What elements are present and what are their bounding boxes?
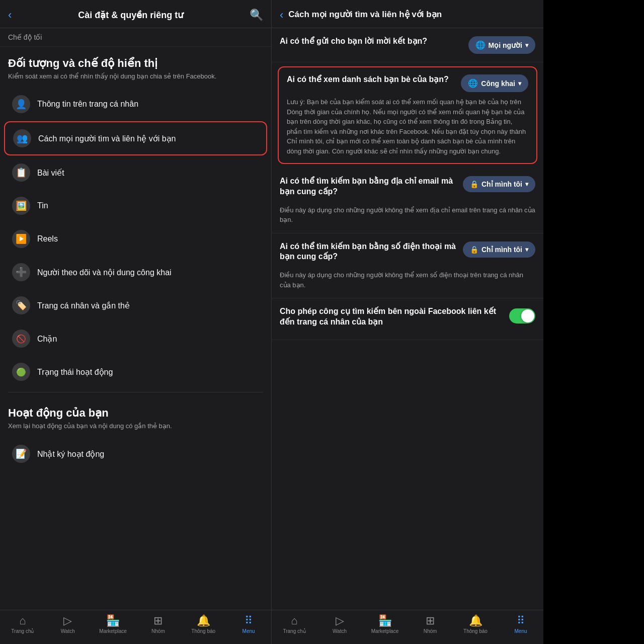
setting-friend-request-row: Ai có thể gửi cho bạn lời mời kết bạn? 🌐… — [280, 36, 535, 54]
menu-label-left: Menu — [243, 628, 255, 634]
reels-label: Reels — [37, 234, 58, 244]
nav-notifications-right[interactable]: 🔔 Thông báo — [453, 614, 498, 634]
right-panel-title: Cách mọi người tìm và liên hệ với bạn — [288, 9, 535, 20]
right-header: ‹ Cách mọi người tìm và liên hệ với bạn — [272, 0, 543, 28]
left-header: ‹ Cài đặt & quyền riêng tư 🔍 — [0, 0, 271, 28]
active-status-icon: 🟢 — [12, 363, 30, 381]
watch-icon-right: ▷ — [336, 614, 344, 627]
left-panel: ‹ Cài đặt & quyền riêng tư 🔍 Chế độ tối … — [0, 0, 272, 644]
globe-icon-2: 🌐 — [468, 78, 478, 88]
how-find-icon: 👥 — [13, 129, 31, 147]
find-phone-question: Ai có thể tìm kiếm bạn bằng số điện thoạ… — [280, 242, 458, 263]
menu-item-how-find[interactable]: 👥 Cách mọi người tìm và liên hệ với bạn — [4, 121, 267, 155]
toggle-knob — [521, 309, 534, 323]
find-email-dropdown[interactable]: 🔒 Chỉ mình tôi ▾ — [463, 176, 535, 192]
friend-list-desc: Lưu ý: Bạn bè của bạn kiểm soát ai có th… — [287, 97, 528, 156]
nav-home-right[interactable]: ⌂ Trang chủ — [272, 614, 317, 634]
nav-marketplace-left[interactable]: 🏪 Marketplace — [91, 614, 136, 634]
nav-marketplace-right[interactable]: 🏪 Marketplace — [362, 614, 408, 634]
setting-external-search: Cho phép công cụ tìm kiếm bên ngoài Face… — [272, 298, 543, 340]
setting-external-search-text: Cho phép công cụ tìm kiếm bên ngoài Face… — [280, 306, 504, 332]
find-email-question: Ai có thể tìm kiếm bạn bằng địa chỉ emai… — [280, 176, 458, 197]
notifications-label-right: Thông báo — [463, 628, 488, 634]
home-icon-left: ⌂ — [19, 614, 26, 627]
profile-info-icon: 👤 — [12, 95, 30, 113]
setting-find-phone-row: Ai có thể tìm kiếm bạn bằng số điện thoạ… — [280, 242, 535, 267]
watch-label-right: Watch — [333, 628, 347, 634]
setting-friend-list: Ai có thể xem danh sách bạn bè của bạn? … — [278, 66, 537, 164]
setting-find-phone: Ai có thể tìm kiếm bạn bằng số điện thoạ… — [272, 233, 543, 299]
posts-label: Bài viết — [37, 168, 64, 178]
lock-icon: 🔒 — [470, 180, 478, 188]
chevron-down-icon-3: ▾ — [525, 181, 528, 188]
setting-find-email-text: Ai có thể tìm kiếm bạn bằng địa chỉ emai… — [280, 176, 458, 201]
setting-friend-request-text: Ai có thể gửi cho bạn lời mời kết bạn? — [280, 36, 463, 51]
menu-item-reels[interactable]: ▶️ Reels — [4, 223, 267, 255]
menu-item-block[interactable]: 🚫 Chặn — [4, 323, 267, 355]
profile-tags-label: Trang cá nhân và gắn thẻ — [37, 301, 130, 310]
friend-list-dropdown[interactable]: 🌐 Công khai ▾ — [461, 74, 528, 92]
menu-icon-left: ⠿ — [245, 614, 253, 627]
groups-label-right: Nhóm — [424, 628, 437, 634]
menu-item-activity-log[interactable]: 📝 Nhật ký hoạt động — [4, 438, 267, 470]
menu-item-profile-info[interactable]: 👤 Thông tin trên trang cá nhân — [4, 88, 267, 120]
setting-external-search-row: Cho phép công cụ tìm kiếm bên ngoài Face… — [280, 306, 535, 332]
back-button[interactable]: ‹ — [8, 9, 12, 22]
menu-label-right: Menu — [514, 628, 527, 634]
right-bottom-nav: ⌂ Trang chủ ▷ Watch 🏪 Marketplace ⊞ Nhóm… — [272, 610, 543, 644]
home-icon-right: ⌂ — [291, 614, 297, 627]
find-phone-desc: Điều này áp dụng cho những người không t… — [280, 270, 535, 290]
marketplace-label-left: Marketplace — [99, 628, 126, 634]
nav-menu-right[interactable]: ⠿ Menu — [498, 614, 543, 634]
right-back-button[interactable]: ‹ — [280, 9, 283, 22]
setting-friend-list-text: Ai có thể xem danh sách bạn bè của bạn? — [287, 74, 456, 89]
friend-request-dropdown-label: Mọi người — [489, 41, 522, 49]
groups-icon-left: ⊞ — [153, 614, 163, 627]
nav-menu-left[interactable]: ⠿ Menu — [226, 614, 271, 634]
section2-desc: Xem lại hoạt động của bạn và nội dung có… — [0, 422, 271, 437]
lock-icon-2: 🔒 — [470, 246, 478, 254]
external-search-toggle[interactable] — [509, 308, 535, 324]
how-find-label: Cách mọi người tìm và liên hệ với bạn — [38, 134, 176, 143]
section1-title: Đối tượng và chế độ hiển thị — [0, 47, 271, 72]
setting-friend-request: Ai có thể gửi cho bạn lời mời kết bạn? 🌐… — [272, 28, 543, 62]
search-icon[interactable]: 🔍 — [250, 9, 263, 22]
menu-item-active-status[interactable]: 🟢 Trạng thái hoạt động — [4, 356, 267, 388]
find-email-dropdown-label: Chỉ mình tôi — [481, 180, 522, 188]
nav-watch-right[interactable]: ▷ Watch — [317, 614, 362, 634]
followers-label: Người theo dõi và nội dung công khai — [37, 268, 172, 277]
groups-icon-right: ⊞ — [426, 614, 435, 627]
friend-request-dropdown[interactable]: 🌐 Mọi người ▾ — [468, 36, 535, 54]
block-label: Chặn — [37, 334, 57, 344]
nav-groups-right[interactable]: ⊞ Nhóm — [408, 614, 453, 634]
home-label-right: Trang chủ — [283, 628, 305, 634]
setting-friend-list-row: Ai có thể xem danh sách bạn bè của bạn? … — [287, 74, 528, 92]
chevron-down-icon-4: ▾ — [525, 246, 528, 253]
nav-notifications-left[interactable]: 🔔 Thông báo — [181, 614, 226, 634]
menu-item-posts[interactable]: 📋 Bài viết — [4, 156, 267, 189]
nav-groups-left[interactable]: ⊞ Nhóm — [135, 614, 181, 634]
watch-icon-left: ▷ — [63, 614, 72, 627]
setting-find-phone-text: Ai có thể tìm kiếm bạn bằng số điện thoạ… — [280, 242, 458, 267]
notifications-label-left: Thông báo — [191, 628, 215, 634]
setting-find-email: Ai có thể tìm kiếm bạn bằng địa chỉ emai… — [272, 168, 543, 233]
menu-item-tin[interactable]: 🖼️ Tin — [4, 190, 267, 222]
menu-item-followers[interactable]: ➕ Người theo dõi và nội dung công khai — [4, 256, 267, 288]
menu-item-profile-tags[interactable]: 🏷️ Trang cá nhân và gắn thẻ — [4, 289, 267, 321]
section-divider — [8, 392, 263, 392]
profile-tags-icon: 🏷️ — [12, 296, 30, 314]
tin-icon: 🖼️ — [12, 197, 30, 215]
find-phone-dropdown[interactable]: 🔒 Chỉ mình tôi ▾ — [463, 242, 535, 258]
active-status-label: Trạng thái hoạt động — [37, 367, 113, 377]
activity-log-label: Nhật ký hoạt động — [37, 449, 104, 459]
nav-home-left[interactable]: ⌂ Trang chủ — [0, 614, 45, 634]
left-scroll-area: Chế độ tối Đối tượng và chế độ hiển thị … — [0, 28, 271, 610]
tin-label: Tin — [37, 201, 48, 210]
right-panel: ‹ Cách mọi người tìm và liên hệ với bạn … — [272, 0, 543, 644]
setting-find-email-row: Ai có thể tìm kiếm bạn bằng địa chỉ emai… — [280, 176, 535, 201]
nav-watch-left[interactable]: ▷ Watch — [45, 614, 91, 634]
profile-info-label: Thông tin trên trang cá nhân — [37, 100, 138, 109]
marketplace-label-right: Marketplace — [371, 628, 398, 634]
activity-log-icon: 📝 — [12, 445, 30, 463]
home-label-left: Trang chủ — [11, 628, 34, 634]
